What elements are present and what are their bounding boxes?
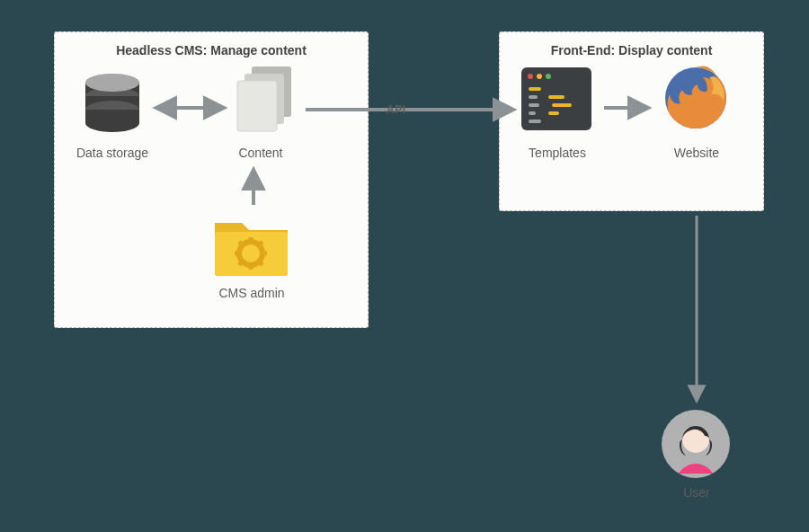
database-icon xyxy=(81,72,144,138)
svg-line-19 xyxy=(239,262,243,265)
api-edge-label: API xyxy=(387,103,406,116)
user-label: User xyxy=(643,485,751,500)
svg-rect-31 xyxy=(529,111,536,115)
svg-point-21 xyxy=(246,249,255,258)
panel-front-end-title: Front-End: Display content xyxy=(500,43,763,58)
data-storage-label: Data storage xyxy=(58,146,166,160)
svg-rect-29 xyxy=(529,103,539,107)
svg-rect-32 xyxy=(548,111,559,115)
svg-line-18 xyxy=(259,262,262,265)
panel-headless-cms-title: Headless CMS: Manage content xyxy=(55,43,368,58)
svg-rect-30 xyxy=(552,103,572,107)
svg-rect-33 xyxy=(529,120,541,123)
templates-label: Templates xyxy=(503,146,611,160)
website-label: Website xyxy=(643,146,751,160)
documents-icon xyxy=(234,65,297,140)
svg-point-24 xyxy=(537,74,542,79)
code-editor-icon xyxy=(521,67,591,134)
svg-rect-10 xyxy=(237,81,277,131)
folder-gear-icon xyxy=(213,214,289,280)
svg-rect-26 xyxy=(529,87,541,91)
svg-point-7 xyxy=(85,74,139,92)
svg-rect-27 xyxy=(529,95,538,99)
svg-rect-28 xyxy=(548,95,565,99)
svg-point-25 xyxy=(546,74,551,79)
svg-line-17 xyxy=(239,242,243,245)
svg-point-23 xyxy=(528,74,533,79)
browser-icon xyxy=(661,63,731,137)
cms-admin-label: CMS admin xyxy=(198,286,306,300)
user-avatar-icon xyxy=(661,409,731,483)
svg-point-6 xyxy=(85,114,139,132)
content-label: Content xyxy=(207,146,315,160)
svg-line-20 xyxy=(259,242,262,245)
